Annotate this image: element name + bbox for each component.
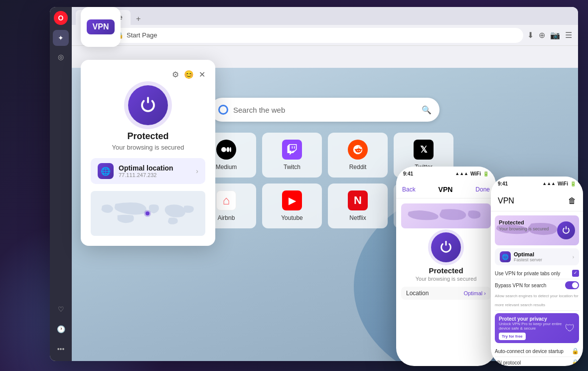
extensions-icon[interactable]: ⊕	[539, 30, 545, 40]
phone-left-nav: Back VPN Done	[396, 181, 496, 198]
delete-icon[interactable]: 🗑	[568, 196, 576, 205]
address-bar-row: ‹ › 🔒 Start Page ⬇ ⊕ 📷 ☰	[72, 25, 578, 46]
server-name: Optimal	[514, 251, 570, 257]
promo-sub: Unlock VPN Pro to keep your entire devic…	[499, 322, 565, 331]
extensions-sidebar-icon[interactable]: ✦	[53, 30, 69, 46]
vpn-power-button[interactable]	[128, 85, 168, 125]
phone-right-signal: ▲▲▲	[542, 181, 556, 186]
lock-startup-icon: 🔒	[572, 348, 579, 355]
phone-left-status-bar: 9:41 ▲▲▲ WiFi 🔋	[396, 167, 496, 181]
phone-right-status-bar: 9:41 ▲▲▲ WiFi 🔋	[491, 177, 583, 190]
twitch-label: Twitch	[284, 164, 300, 171]
chevron-icon: ›	[196, 167, 198, 175]
tab-bar: 🔒 Start Page +	[72, 7, 578, 25]
server-sub: Fastest server	[514, 257, 570, 262]
phone-right-power-icon	[562, 226, 571, 235]
phone-right-time: 9:41	[498, 181, 508, 186]
new-tab-button[interactable]: +	[133, 13, 145, 25]
location-ip: 77.111.247.232	[119, 172, 191, 178]
promo-title: Protect your privacy	[499, 316, 565, 322]
emoji-icon[interactable]: 😊	[184, 70, 194, 79]
signal-icon: ▲▲▲	[455, 171, 468, 176]
address-bar[interactable]: 🔒 Start Page	[110, 28, 523, 43]
favorites-sidebar-icon[interactable]: ♡	[53, 301, 69, 317]
opera-logo-icon[interactable]: O	[54, 11, 68, 25]
promo-shield-icon: 🛡	[565, 323, 575, 334]
download-icon[interactable]: ⬇	[527, 30, 534, 40]
right-secured-label: Your browsing is secured	[499, 226, 549, 231]
location-name: Optimal location	[119, 164, 191, 172]
phone-left-content: Protected Your browsing is secured Locat…	[396, 198, 496, 308]
power-icon	[139, 96, 157, 114]
phone-left-time: 9:41	[403, 171, 413, 177]
speed-dial-twitch[interactable]: Twitch	[262, 133, 322, 178]
toggle-private-checkbox[interactable]	[572, 270, 579, 277]
phone-left-location-row[interactable]: Location Optimal ›	[401, 287, 491, 300]
vpn-location-button[interactable]: 🌐 Optimal location 77.111.247.232 ›	[91, 158, 205, 184]
youtube-label: Youtube	[281, 214, 303, 221]
menu-icon[interactable]: ☰	[565, 30, 572, 40]
netflix-label: Netflix	[349, 214, 366, 221]
toggle-search-row: Bypass VPN for search Allow search engin…	[495, 279, 579, 311]
speed-dial-youtube[interactable]: ▶ Youtube	[262, 184, 322, 228]
reddit-label: Reddit	[349, 164, 367, 171]
vpn-status-subtitle: Your browsing is secured	[91, 144, 205, 151]
speed-dial-reddit[interactable]: Reddit	[328, 133, 388, 178]
location-info: Optimal location 77.111.247.232	[119, 164, 191, 178]
server-chevron-icon: ›	[573, 254, 574, 260]
map-location-dot	[146, 211, 149, 215]
globe-icon: 🌐	[98, 163, 114, 179]
phone-left-done[interactable]: Done	[475, 186, 490, 193]
toggle-search-switch[interactable]	[565, 281, 579, 289]
battery-icon: 🔋	[483, 171, 489, 177]
medium-label: Medium	[216, 164, 237, 171]
phone-right-header: VPN 🗑	[491, 190, 583, 211]
close-icon[interactable]: ✕	[199, 70, 205, 79]
phone-left: 9:41 ▲▲▲ WiFi 🔋 Back VPN Done	[396, 167, 496, 366]
speed-dial-netflix[interactable]: N Netflix	[328, 184, 388, 228]
screenshot-icon[interactable]: 📷	[550, 30, 560, 40]
more-sidebar-icon[interactable]: •••	[53, 341, 69, 357]
phone-right-wifi: WiFi	[558, 181, 568, 186]
toggle-private-tabs-row: Use VPN for private tabs only	[495, 268, 579, 279]
promo-banner: Protect your privacy Unlock VPN Pro to k…	[495, 313, 579, 343]
toggle-search-sub: Allow search engines to detect your loca…	[495, 294, 579, 307]
vpn-tab-button[interactable]: VPN	[81, 7, 121, 47]
phone-left-status-title: Protected	[401, 266, 491, 275]
lock-startup-label: Auto-connect on device startup	[495, 349, 564, 354]
history-sidebar-icon[interactable]: 🕐	[53, 321, 69, 337]
phone-right-content: Protected Your browsing is secured 🌐 Opt…	[491, 211, 583, 366]
vpn-popup-header: ⚙ 😊 ✕	[91, 70, 205, 79]
wifi-icon: WiFi	[470, 171, 481, 177]
search-icon[interactable]: 🔍	[422, 105, 432, 115]
search-placeholder: Search the web	[233, 106, 417, 114]
address-text: Start Page	[127, 31, 157, 39]
phone-left-nav-title: VPN	[416, 186, 476, 193]
right-protected-label: Protected	[499, 219, 524, 225]
google-icon	[218, 105, 228, 115]
phone-right: 9:41 ▲▲▲ WiFi 🔋 VPN 🗑 Protected Your bro…	[491, 177, 583, 366]
settings-icon[interactable]: ⚙	[172, 70, 179, 79]
phone-right-power-button[interactable]	[557, 221, 575, 239]
toggle-search-label: Bypass VPN for search	[495, 283, 546, 288]
phone-left-power-icon	[439, 240, 453, 254]
phone-server-row[interactable]: 🌐 Optimal Fastest server ›	[495, 248, 579, 265]
airbnb-label: Airbnb	[218, 214, 235, 221]
svg-point-0	[221, 147, 226, 152]
promo-text: Protect your privacy Unlock VPN Pro to k…	[499, 316, 565, 340]
lock-startup-row: Auto-connect on device startup 🔒	[495, 346, 579, 357]
phone-left-power-button[interactable]	[431, 232, 461, 262]
aria-sidebar-icon[interactable]: ◎	[53, 49, 69, 65]
phone-left-location-value: Optimal ›	[463, 290, 486, 296]
phone-right-map: Protected Your browsing is secured	[495, 215, 579, 245]
browser-sidebar: O ✦ ◎ ♡ 🕐 •••	[50, 7, 72, 361]
server-globe-icon: 🌐	[500, 251, 511, 262]
promo-try-button[interactable]: Try for free	[499, 333, 526, 340]
phone-left-status-subtitle: Your browsing is secured	[401, 276, 491, 282]
phone-left-location-label: Location	[406, 290, 429, 297]
page-search-bar[interactable]: Search the web 🔍	[210, 98, 440, 122]
vpn-badge: VPN	[87, 19, 115, 34]
phone-right-title: VPN	[498, 196, 514, 205]
vpn-popup: ⚙ 😊 ✕ Protected Your browsing is secured…	[81, 60, 215, 246]
phone-left-back[interactable]: Back	[402, 186, 416, 193]
